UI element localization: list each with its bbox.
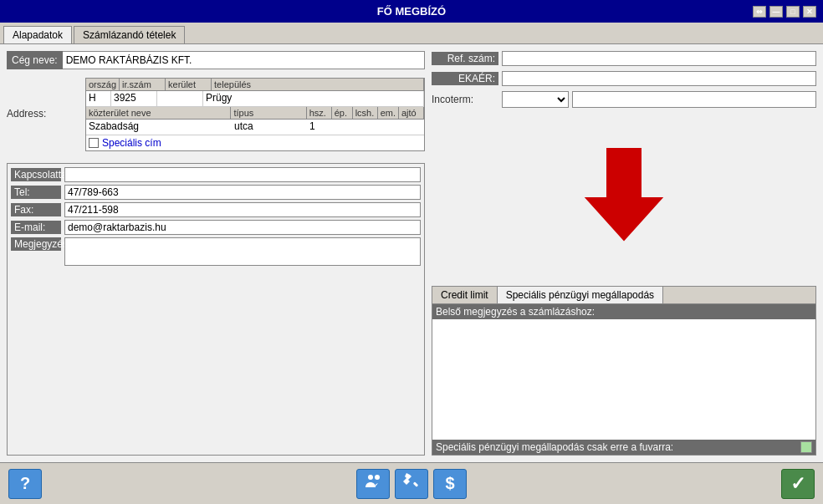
sub-tab-content: Belső megjegyzés a számlázáshoz: Speciál… [432, 303, 816, 456]
special-cim-row: Speciális cím [86, 135, 424, 150]
sub-tabs-section: Credit limit Speciális pénzügyi megállap… [432, 286, 816, 456]
cell-irsz: 3925 [111, 91, 157, 106]
dollar-button[interactable]: $ [433, 469, 467, 499]
contact-section: Kapcsolattartó: Tel: Fax: E-mail: Megjeg… [7, 163, 425, 456]
cell-telepules: Prügy [203, 91, 424, 106]
tel-input[interactable] [64, 185, 421, 200]
maximize-button[interactable]: □ [786, 6, 800, 18]
incoterm-select[interactable] [502, 91, 569, 108]
sub-tab-credit-limit[interactable]: Credit limit [432, 287, 498, 303]
svg-rect-3 [413, 481, 418, 486]
ceg-neve-row: Cég neve: [7, 51, 425, 69]
fax-label: Fax: [11, 203, 61, 216]
street-lcsh [353, 120, 378, 135]
main-tabs: Alapadatok Számlázandó tételek [0, 23, 823, 44]
fax-row: Fax: [11, 202, 421, 217]
swap-button[interactable]: ⇔ [753, 6, 766, 18]
address-table: ország ir.szám kerület település H 3925 … [85, 78, 425, 151]
window-title: FŐ MEGBÍZÓ [377, 5, 446, 18]
street-em [378, 120, 399, 135]
street-hsz: 1 [307, 120, 332, 135]
ceg-neve-label: Cég neve: [7, 51, 63, 69]
tab-szamlazando[interactable]: Számlázandó tételek [74, 26, 185, 43]
bottom-right-buttons: ✓ [781, 469, 815, 499]
header-irsz: ir.szám [120, 79, 166, 90]
confirm-button[interactable]: ✓ [781, 469, 815, 499]
left-panel: Cég neve: Address: ország ir.szám kerüle… [7, 51, 425, 456]
kapcsolattarto-input[interactable] [64, 167, 421, 182]
dollar-icon: $ [445, 474, 454, 493]
ekaer-label: EKAÉR: [432, 72, 498, 85]
title-bar-controls: ⇔ — □ ✕ [753, 6, 816, 18]
svg-point-2 [375, 475, 380, 480]
tab-alapadatok[interactable]: Alapadatok [3, 26, 72, 43]
svg-marker-0 [586, 148, 662, 240]
special-cim-checkbox[interactable] [89, 138, 99, 148]
email-row: E-mail: [11, 220, 421, 235]
incoterm-label: Incoterm: [432, 94, 498, 105]
ref-szam-label: Ref. szám: [432, 52, 498, 65]
special-cim-label: Speciális cím [102, 137, 161, 149]
address-row-1: H 3925 Prügy [86, 91, 424, 107]
special-footer: Speciális pénzügyi megállapodás csak err… [432, 440, 815, 455]
tools-icon [401, 471, 422, 496]
ref-szam-row: Ref. szám: [432, 51, 816, 66]
people-button[interactable] [356, 469, 390, 499]
email-input[interactable] [64, 220, 421, 235]
belso-textarea[interactable] [432, 319, 815, 440]
help-button[interactable]: ? [8, 469, 42, 499]
email-label: E-mail: [11, 221, 61, 234]
kapcsolattarto-row: Kapcsolattartó: [11, 167, 421, 182]
people-icon [363, 471, 383, 496]
header-country: ország [86, 79, 120, 90]
ref-szam-input[interactable] [502, 51, 816, 66]
address-block: ország ir.szám kerület település H 3925 … [85, 76, 425, 151]
tel-row: Tel: [11, 185, 421, 200]
header-tipus: típus [231, 107, 306, 119]
belso-label: Belső megjegyzés a számlázáshoz: [432, 304, 815, 319]
close-button[interactable]: ✕ [803, 6, 816, 18]
cell-country: H [86, 91, 111, 106]
street-type: utca [232, 120, 307, 135]
street-ajto [399, 120, 424, 135]
header-kozterulet: közterület neve [86, 107, 231, 119]
check-icon: ✓ [790, 473, 805, 495]
header-em: em. [378, 107, 399, 119]
megjegyzesek-textarea[interactable] [64, 237, 421, 266]
address-label: Address: [7, 108, 82, 120]
address-header-row: Address: ország ir.szám kerület települé… [7, 76, 425, 151]
sub-tab-specialis[interactable]: Speciális pénzügyi megállapodás [498, 287, 663, 303]
ekaer-input[interactable] [502, 71, 816, 86]
right-panel: Ref. szám: EKAÉR: Incoterm: [432, 51, 816, 456]
header-telepules: település [212, 79, 424, 90]
ceg-neve-input[interactable] [63, 51, 425, 69]
fax-input[interactable] [64, 202, 421, 217]
question-icon: ? [20, 474, 30, 493]
cell-kerulet [157, 91, 203, 106]
special-checkbox[interactable] [800, 441, 812, 453]
street-row: Szabadság utca 1 [86, 120, 424, 135]
header-hsz: hsz. [307, 107, 332, 119]
bottom-center-buttons: $ [356, 469, 467, 499]
incoterm-extra-input[interactable] [572, 91, 816, 108]
ekaer-row: EKAÉR: [432, 71, 816, 86]
tel-label: Tel: [11, 186, 61, 199]
arrow-area [432, 113, 816, 283]
incoterm-row: Incoterm: [432, 91, 816, 108]
street-ep [332, 120, 353, 135]
megjegyzesek-label: Megjegyzések: [11, 237, 61, 251]
kapcsolattarto-label: Kapcsolattartó: [11, 168, 61, 181]
megjegyzesek-row: Megjegyzések: [11, 237, 421, 451]
tools-button[interactable] [395, 469, 428, 499]
main-window: FŐ MEGBÍZÓ ⇔ — □ ✕ Alapadatok Számlázand… [0, 0, 823, 504]
bottom-left-buttons: ? [8, 469, 42, 499]
sub-tabs-row: Credit limit Speciális pénzügyi megállap… [432, 286, 816, 303]
svg-point-1 [368, 475, 373, 480]
minimize-button[interactable]: — [769, 6, 783, 18]
road-header: közterület neve típus hsz. ép. lcsh. em.… [86, 107, 424, 120]
down-arrow-icon [582, 148, 666, 248]
address-header: ország ir.szám kerület település [86, 79, 424, 91]
bottom-bar: ? [0, 462, 823, 504]
header-lcsh: lcsh. [353, 107, 378, 119]
content-area: Cég neve: Address: ország ir.szám kerüle… [0, 44, 823, 462]
